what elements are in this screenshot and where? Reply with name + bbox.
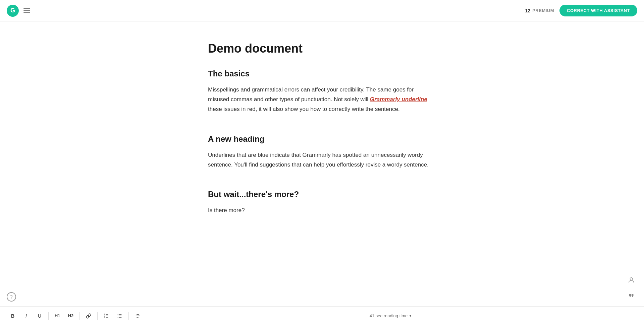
- italic-button[interactable]: I: [20, 310, 32, 322]
- basics-paragraph: Misspellings and grammatical errors can …: [208, 85, 436, 114]
- menu-line-2: [23, 10, 30, 11]
- help-icon[interactable]: ?: [7, 292, 16, 302]
- unordered-list-button[interactable]: [114, 310, 126, 322]
- svg-point-11: [118, 316, 118, 316]
- toolbar-separator-3: [97, 312, 98, 320]
- h1-button[interactable]: H1: [51, 310, 63, 322]
- link-button[interactable]: [83, 310, 95, 322]
- correct-with-assistant-button[interactable]: CORRECT WITH ASSISTANT: [559, 5, 637, 16]
- user-icon[interactable]: [625, 274, 637, 286]
- new-heading-paragraph: Underlines that are blue indicate that G…: [208, 150, 436, 170]
- document-title: Demo document: [208, 42, 436, 56]
- h2-button[interactable]: H2: [65, 310, 77, 322]
- grammarly-underline-text[interactable]: Grammarly underline: [370, 96, 427, 103]
- section-basics: The basics Misspellings and grammatical …: [208, 69, 436, 114]
- premium-badge: 12 PREMIUM: [525, 8, 554, 13]
- toolbar-separator-1: [48, 312, 49, 320]
- svg-point-10: [118, 314, 118, 315]
- premium-label: PREMIUM: [532, 8, 554, 13]
- toolbar-left: B I U H1 H2 1 2 3: [7, 310, 144, 322]
- menu-line-1: [23, 8, 30, 9]
- basics-text-2: these issues in red, it will also show y…: [208, 106, 400, 112]
- section-new-heading: A new heading Underlines that are blue i…: [208, 134, 436, 170]
- premium-count: 12: [525, 8, 531, 13]
- toolbar-separator-4: [128, 312, 129, 320]
- section-heading-new: A new heading: [208, 134, 436, 144]
- toolbar-center: 41 sec reading time ▾: [370, 313, 411, 318]
- main-content: Demo document The basics Misspellings an…: [0, 21, 644, 325]
- section-heading-wait: But wait...there's more?: [208, 190, 436, 199]
- toolbar-separator-2: [79, 312, 80, 320]
- menu-icon[interactable]: [22, 5, 33, 16]
- bottom-toolbar: B I U H1 H2 1 2 3: [0, 306, 644, 325]
- grammarly-logo[interactable]: G: [7, 5, 19, 17]
- svg-text:3: 3: [104, 316, 105, 318]
- ordered-list-button[interactable]: 1 2 3: [100, 310, 112, 322]
- but-wait-paragraph: Is there more?: [208, 206, 436, 215]
- quote-icon[interactable]: [625, 289, 637, 302]
- strikethrough-button[interactable]: [131, 310, 144, 322]
- document-area: Demo document The basics Misspellings an…: [208, 35, 436, 312]
- reading-time-text: 41 sec reading time: [370, 313, 408, 318]
- chevron-down-icon[interactable]: ▾: [410, 314, 411, 318]
- bold-button[interactable]: B: [7, 310, 19, 322]
- section-but-wait: But wait...there's more? Is there more?: [208, 190, 436, 215]
- top-right: 12 PREMIUM CORRECT WITH ASSISTANT: [525, 5, 637, 16]
- top-left: G: [7, 5, 33, 17]
- svg-point-0: [630, 278, 632, 280]
- underline-button[interactable]: U: [34, 310, 46, 322]
- right-side-icons: [625, 274, 637, 302]
- top-bar: G 12 PREMIUM CORRECT WITH ASSISTANT: [0, 0, 644, 21]
- menu-line-3: [23, 12, 30, 13]
- svg-point-12: [118, 317, 118, 318]
- section-heading-basics: The basics: [208, 69, 436, 78]
